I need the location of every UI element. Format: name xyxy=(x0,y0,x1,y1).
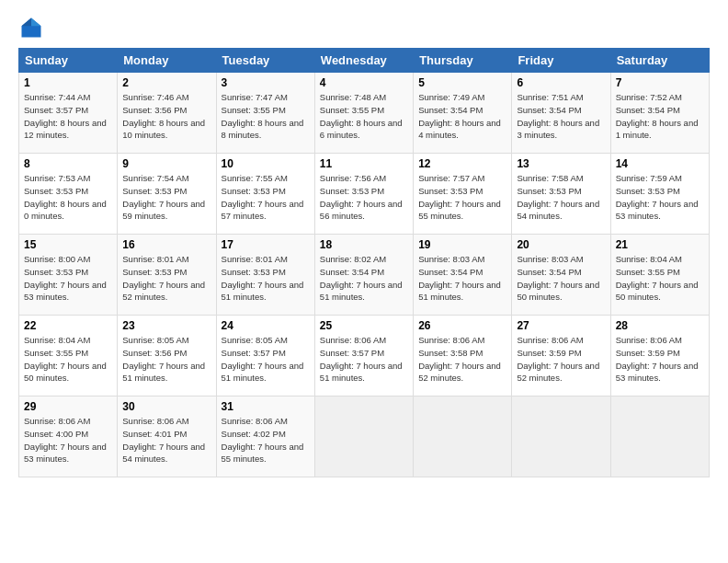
day-info: Sunrise: 8:01 AM Sunset: 3:53 PM Dayligh… xyxy=(122,253,210,304)
calendar-cell: 30 Sunrise: 8:06 AM Sunset: 4:01 PM Dayl… xyxy=(118,396,216,477)
calendar-cell: 1 Sunrise: 7:44 AM Sunset: 3:57 PM Dayli… xyxy=(19,73,118,154)
day-info: Sunrise: 8:06 AM Sunset: 4:02 PM Dayligh… xyxy=(222,415,310,465)
svg-marker-1 xyxy=(31,18,41,27)
header xyxy=(18,15,710,40)
calendar-cell: 21 Sunrise: 8:04 AM Sunset: 3:55 PM Dayl… xyxy=(610,235,709,316)
day-number: 29 xyxy=(24,400,112,413)
day-info: Sunrise: 7:47 AM Sunset: 3:55 PM Dayligh… xyxy=(222,91,310,142)
day-number: 9 xyxy=(122,157,210,170)
day-number: 16 xyxy=(122,238,210,251)
day-number: 27 xyxy=(517,319,605,332)
calendar-cell: 16 Sunrise: 8:01 AM Sunset: 3:53 PM Dayl… xyxy=(118,235,216,316)
day-info: Sunrise: 8:02 AM Sunset: 3:54 PM Dayligh… xyxy=(320,253,408,304)
day-number: 22 xyxy=(24,319,112,332)
calendar-cell: 19 Sunrise: 8:03 AM Sunset: 3:54 PM Dayl… xyxy=(414,235,512,316)
logo xyxy=(18,15,48,40)
day-number: 25 xyxy=(320,319,408,332)
day-info: Sunrise: 7:44 AM Sunset: 3:57 PM Dayligh… xyxy=(24,91,112,142)
calendar-cell: 29 Sunrise: 8:06 AM Sunset: 4:00 PM Dayl… xyxy=(19,396,118,477)
day-info: Sunrise: 7:55 AM Sunset: 3:53 PM Dayligh… xyxy=(222,172,310,223)
calendar-week-4: 22 Sunrise: 8:04 AM Sunset: 3:55 PM Dayl… xyxy=(19,316,710,396)
calendar-header-sunday: Sunday xyxy=(19,49,118,73)
calendar-cell xyxy=(414,396,512,477)
day-info: Sunrise: 8:06 AM Sunset: 3:59 PM Dayligh… xyxy=(517,334,605,385)
day-number: 28 xyxy=(616,319,704,332)
calendar-cell: 6 Sunrise: 7:51 AM Sunset: 3:54 PM Dayli… xyxy=(512,73,610,154)
day-number: 26 xyxy=(418,319,506,332)
day-number: 7 xyxy=(616,76,704,89)
calendar-cell: 26 Sunrise: 8:06 AM Sunset: 3:58 PM Dayl… xyxy=(414,316,512,396)
day-number: 8 xyxy=(24,157,112,170)
calendar-cell: 31 Sunrise: 8:06 AM Sunset: 4:02 PM Dayl… xyxy=(216,396,314,477)
calendar-cell: 22 Sunrise: 8:04 AM Sunset: 3:55 PM Dayl… xyxy=(19,316,118,396)
day-info: Sunrise: 8:06 AM Sunset: 4:01 PM Dayligh… xyxy=(122,415,210,465)
day-number: 31 xyxy=(222,400,310,413)
calendar-cell xyxy=(314,396,413,477)
calendar-cell: 24 Sunrise: 8:05 AM Sunset: 3:57 PM Dayl… xyxy=(216,316,314,396)
day-number: 19 xyxy=(418,238,506,251)
calendar-week-1: 1 Sunrise: 7:44 AM Sunset: 3:57 PM Dayli… xyxy=(19,73,710,154)
day-info: Sunrise: 8:06 AM Sunset: 3:59 PM Dayligh… xyxy=(616,334,704,385)
calendar-cell: 27 Sunrise: 8:06 AM Sunset: 3:59 PM Dayl… xyxy=(512,316,610,396)
day-number: 3 xyxy=(222,76,310,89)
day-number: 5 xyxy=(418,76,506,89)
calendar-cell: 8 Sunrise: 7:53 AM Sunset: 3:53 PM Dayli… xyxy=(19,154,118,235)
calendar-header-thursday: Thursday xyxy=(414,49,512,73)
calendar-cell: 18 Sunrise: 8:02 AM Sunset: 3:54 PM Dayl… xyxy=(314,235,413,316)
day-number: 13 xyxy=(517,157,605,170)
day-number: 14 xyxy=(616,157,704,170)
calendar-cell: 5 Sunrise: 7:49 AM Sunset: 3:54 PM Dayli… xyxy=(414,73,512,154)
day-number: 20 xyxy=(517,238,605,251)
day-info: Sunrise: 8:04 AM Sunset: 3:55 PM Dayligh… xyxy=(616,253,704,304)
day-number: 1 xyxy=(24,76,112,89)
calendar-cell: 11 Sunrise: 7:56 AM Sunset: 3:53 PM Dayl… xyxy=(314,154,413,235)
day-number: 30 xyxy=(122,400,210,413)
day-info: Sunrise: 7:46 AM Sunset: 3:56 PM Dayligh… xyxy=(122,91,210,142)
calendar-cell: 23 Sunrise: 8:05 AM Sunset: 3:56 PM Dayl… xyxy=(118,316,216,396)
calendar-week-2: 8 Sunrise: 7:53 AM Sunset: 3:53 PM Dayli… xyxy=(19,154,710,235)
day-number: 4 xyxy=(320,76,408,89)
day-number: 15 xyxy=(24,238,112,251)
calendar-header-saturday: Saturday xyxy=(610,49,709,73)
day-info: Sunrise: 8:06 AM Sunset: 4:00 PM Dayligh… xyxy=(24,415,112,465)
calendar-header-row: SundayMondayTuesdayWednesdayThursdayFrid… xyxy=(19,49,710,73)
day-number: 18 xyxy=(320,238,408,251)
logo-icon xyxy=(18,15,44,40)
calendar-header-wednesday: Wednesday xyxy=(314,49,413,73)
calendar-cell: 20 Sunrise: 8:03 AM Sunset: 3:54 PM Dayl… xyxy=(512,235,610,316)
day-info: Sunrise: 8:06 AM Sunset: 3:57 PM Dayligh… xyxy=(320,334,408,385)
calendar-table: SundayMondayTuesdayWednesdayThursdayFrid… xyxy=(18,48,710,477)
calendar-cell: 14 Sunrise: 7:59 AM Sunset: 3:53 PM Dayl… xyxy=(610,154,709,235)
day-info: Sunrise: 8:06 AM Sunset: 3:58 PM Dayligh… xyxy=(418,334,506,385)
day-info: Sunrise: 8:05 AM Sunset: 3:57 PM Dayligh… xyxy=(222,334,310,385)
day-info: Sunrise: 7:54 AM Sunset: 3:53 PM Dayligh… xyxy=(122,172,210,223)
day-info: Sunrise: 8:03 AM Sunset: 3:54 PM Dayligh… xyxy=(418,253,506,304)
day-info: Sunrise: 7:53 AM Sunset: 3:53 PM Dayligh… xyxy=(24,172,112,223)
day-number: 2 xyxy=(122,76,210,89)
day-number: 23 xyxy=(122,319,210,332)
calendar-cell: 3 Sunrise: 7:47 AM Sunset: 3:55 PM Dayli… xyxy=(216,73,314,154)
day-info: Sunrise: 7:49 AM Sunset: 3:54 PM Dayligh… xyxy=(418,91,506,142)
day-info: Sunrise: 7:56 AM Sunset: 3:53 PM Dayligh… xyxy=(320,172,408,223)
svg-marker-2 xyxy=(22,18,32,27)
calendar-cell: 13 Sunrise: 7:58 AM Sunset: 3:53 PM Dayl… xyxy=(512,154,610,235)
day-number: 11 xyxy=(320,157,408,170)
calendar-cell: 28 Sunrise: 8:06 AM Sunset: 3:59 PM Dayl… xyxy=(610,316,709,396)
calendar-cell xyxy=(512,396,610,477)
day-info: Sunrise: 7:59 AM Sunset: 3:53 PM Dayligh… xyxy=(616,172,704,223)
calendar-cell: 15 Sunrise: 8:00 AM Sunset: 3:53 PM Dayl… xyxy=(19,235,118,316)
calendar-cell: 12 Sunrise: 7:57 AM Sunset: 3:53 PM Dayl… xyxy=(414,154,512,235)
calendar-header-tuesday: Tuesday xyxy=(216,49,314,73)
calendar-cell xyxy=(610,396,709,477)
calendar-header-monday: Monday xyxy=(118,49,216,73)
day-number: 12 xyxy=(418,157,506,170)
calendar-cell: 17 Sunrise: 8:01 AM Sunset: 3:53 PM Dayl… xyxy=(216,235,314,316)
day-number: 10 xyxy=(222,157,310,170)
day-info: Sunrise: 7:57 AM Sunset: 3:53 PM Dayligh… xyxy=(418,172,506,223)
day-info: Sunrise: 7:51 AM Sunset: 3:54 PM Dayligh… xyxy=(517,91,605,142)
day-info: Sunrise: 8:00 AM Sunset: 3:53 PM Dayligh… xyxy=(24,253,112,304)
calendar-week-5: 29 Sunrise: 8:06 AM Sunset: 4:00 PM Dayl… xyxy=(19,396,710,477)
day-info: Sunrise: 7:48 AM Sunset: 3:55 PM Dayligh… xyxy=(320,91,408,142)
day-info: Sunrise: 7:58 AM Sunset: 3:53 PM Dayligh… xyxy=(517,172,605,223)
day-info: Sunrise: 7:52 AM Sunset: 3:54 PM Dayligh… xyxy=(616,91,704,142)
